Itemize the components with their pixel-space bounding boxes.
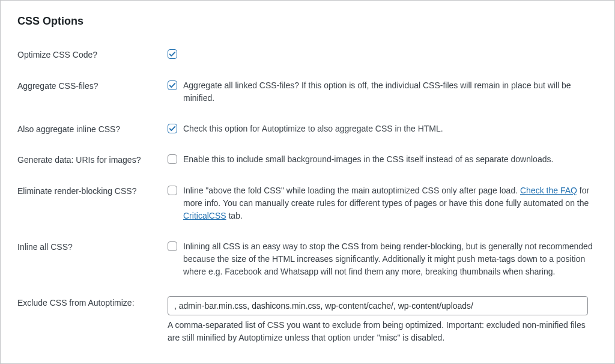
aggregate-inline-checkbox[interactable] (168, 124, 177, 133)
optimize-css-label: Optimize CSS Code? (17, 44, 168, 76)
aggregate-css-label: Aggregate CSS-files? (17, 76, 168, 119)
optimize-css-checkbox[interactable] (168, 49, 177, 59)
render-blocking-desc: Inline "above the fold CSS" while loadin… (183, 184, 598, 222)
criticalcss-link[interactable]: CriticalCSS (183, 211, 226, 220)
render-blocking-desc-part3: tab. (226, 211, 243, 220)
check-faq-link[interactable]: Check the FAQ (520, 186, 577, 195)
check-icon (168, 50, 177, 58)
aggregate-css-desc: Aggregate all linked CSS-files? If this … (183, 79, 598, 105)
aggregate-inline-label: Also aggregate inline CSS? (17, 119, 168, 150)
render-blocking-label: Eliminate render-blocking CSS? (17, 181, 168, 237)
inline-all-label: Inline all CSS? (17, 237, 168, 293)
aggregate-css-checkbox[interactable] (168, 80, 177, 90)
exclude-css-input[interactable] (168, 296, 588, 315)
options-form-table: Optimize CSS Code? Aggregate CSS-files? … (17, 44, 598, 347)
inline-all-desc: Inlining all CSS is an easy way to stop … (183, 240, 598, 278)
render-blocking-checkbox[interactable] (168, 186, 177, 195)
section-title: CSS Options (17, 15, 598, 28)
aggregate-inline-desc: Check this option for Autoptimize to als… (183, 123, 443, 135)
data-uris-label: Generate data: URIs for images? (17, 150, 168, 181)
exclude-css-label: Exclude CSS from Autoptimize: (17, 293, 168, 347)
inline-all-checkbox[interactable] (168, 241, 177, 251)
data-uris-checkbox[interactable] (168, 154, 177, 164)
check-icon (168, 81, 177, 89)
check-icon (168, 124, 177, 133)
exclude-css-helper: A comma-separated list of CSS you want t… (168, 319, 594, 344)
data-uris-desc: Enable this to include small background-… (183, 153, 553, 166)
css-options-panel: CSS Options Optimize CSS Code? Aggregate… (0, 0, 615, 364)
render-blocking-desc-part1: Inline "above the fold CSS" while loadin… (183, 186, 520, 195)
